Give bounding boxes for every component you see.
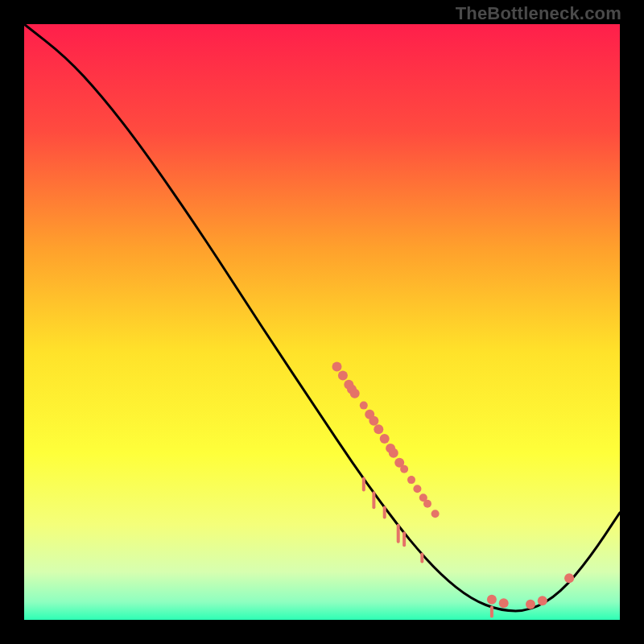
sample-point — [413, 485, 421, 493]
sample-point — [526, 600, 535, 609]
sample-point — [374, 424, 383, 434]
sample-point — [564, 573, 574, 583]
sample-point — [389, 448, 398, 458]
sample-point — [538, 596, 547, 605]
sample-point — [400, 465, 408, 473]
sample-point — [360, 402, 368, 410]
bottleneck-chart — [24, 24, 620, 620]
watermark-text: TheBottleneck.com — [456, 3, 621, 24]
sample-point — [487, 595, 497, 605]
sample-point — [380, 434, 390, 444]
sample-point — [423, 500, 431, 508]
sample-point — [431, 510, 440, 518]
sample-point — [350, 389, 360, 398]
sample-point — [499, 598, 509, 608]
chart-frame — [24, 24, 620, 620]
sample-point — [407, 476, 415, 484]
sample-point — [369, 416, 378, 426]
gradient-background — [24, 24, 620, 620]
sample-point — [332, 362, 342, 372]
sample-point — [338, 371, 348, 381]
